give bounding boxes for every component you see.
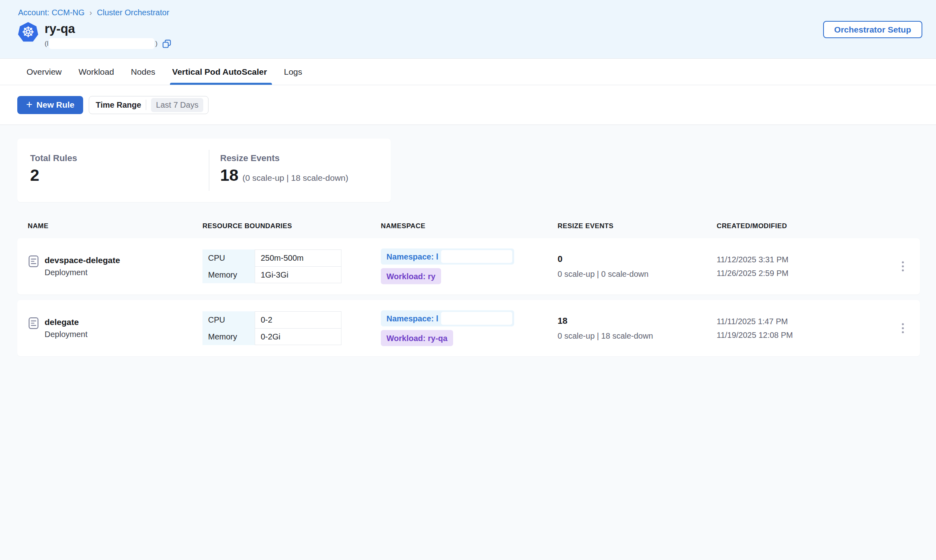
workload-chip: Workload: ry: [381, 268, 441, 284]
table-row[interactable]: devspace-delegate Deployment CPU 250m-50…: [17, 238, 920, 294]
created-modified-cell: 11/12/2025 3:31 PM 11/26/2025 2:59 PM: [717, 253, 789, 280]
summary-divider: [209, 150, 209, 191]
column-header-resource-boundaries: RESOURCE BOUNDARIES: [202, 222, 292, 230]
page-header: Account: CCM-NG › Cluster Orchestrator ☸…: [0, 0, 936, 59]
resize-events-stat: Resize Events 18 (0 scale-up | 18 scale-…: [209, 139, 348, 202]
resize-events-breakdown: 0 scale-up | 18 scale-down: [558, 331, 653, 341]
time-range-selector[interactable]: Time Range Last 7 Days: [89, 96, 208, 114]
created-date: 11/11/2025 1:47 PM: [717, 315, 793, 328]
table-row[interactable]: delegate Deployment CPU 0-2 Memory 0-2Gi…: [17, 300, 920, 356]
namespace-chip[interactable]: Namespace: l: [381, 311, 514, 327]
breadcrumb-account-link[interactable]: Account: CCM-NG: [18, 8, 85, 17]
document-icon: [28, 317, 39, 331]
document-icon: [28, 255, 39, 269]
new-rule-button[interactable]: + New Rule: [17, 96, 83, 114]
cluster-orchestrator-page: Account: CCM-NG › Cluster Orchestrator ☸…: [0, 0, 936, 560]
tab-nodes[interactable]: Nodes: [130, 59, 156, 85]
resize-events-cell: 0 0 scale-up | 0 scale-down: [558, 254, 648, 279]
breadcrumb-cluster-orchestrator-link[interactable]: Cluster Orchestrator: [97, 8, 169, 17]
page-title: ry-qa: [45, 22, 172, 36]
chevron-right-icon: ›: [90, 8, 92, 17]
resize-events-label: Resize Events: [220, 153, 348, 164]
main-content: Total Rules 2 Resize Events 18 (0 scale-…: [0, 125, 936, 356]
resize-events-detail: (0 scale-up | 18 scale-down): [243, 173, 348, 183]
rules-table-body: devspace-delegate Deployment CPU 250m-50…: [17, 238, 920, 356]
time-range-label: Time Range: [96, 100, 141, 110]
redacted-namespace: [441, 250, 512, 263]
resource-boundaries-cell: CPU 250m-500m Memory 1Gi-3Gi: [202, 249, 341, 283]
time-range-divider: [146, 100, 146, 110]
modified-date: 11/26/2025 2:59 PM: [717, 266, 789, 280]
tab-vertical-pod-autoscaler[interactable]: Vertical Pod AutoScaler: [172, 59, 268, 85]
cpu-range: 250m-500m: [255, 249, 341, 266]
rule-name-cell: devspace-delegate Deployment: [28, 254, 120, 279]
rule-kind: Deployment: [45, 266, 120, 279]
breadcrumb: Account: CCM-NG › Cluster Orchestrator: [18, 8, 936, 17]
created-modified-cell: 11/11/2025 1:47 PM 11/19/2025 12:08 PM: [717, 315, 793, 342]
total-rules-stat: Total Rules 2: [17, 139, 209, 202]
resource-boundaries-cell: CPU 0-2 Memory 0-2Gi: [202, 311, 341, 345]
workload-chip: Workload: ry-qa: [381, 330, 453, 346]
column-header-name: NAME: [28, 222, 49, 230]
orchestrator-setup-button[interactable]: Orchestrator Setup: [823, 21, 922, 38]
cluster-id-line: (l ): [45, 38, 172, 49]
rule-name: devspace-delegate: [45, 254, 120, 266]
modified-date: 11/19/2025 12:08 PM: [717, 328, 793, 342]
namespace-cell: Namespace: l Workload: ry: [381, 249, 514, 284]
redacted-namespace: [441, 312, 512, 325]
tab-bar: Overview Workload Nodes Vertical Pod Aut…: [0, 59, 936, 85]
tab-overview[interactable]: Overview: [26, 59, 63, 85]
copy-icon[interactable]: [161, 39, 172, 49]
rule-name-cell: delegate Deployment: [28, 316, 88, 341]
cpu-label: CPU: [202, 249, 255, 266]
total-rules-label: Total Rules: [30, 153, 209, 164]
column-header-created-modified: CREATED/MODIFIED: [717, 222, 787, 230]
resize-events-cell: 18 0 scale-up | 18 scale-down: [558, 316, 653, 341]
namespace-chip-label: Namespace: l: [386, 314, 438, 323]
cluster-id-suffix: ): [155, 40, 157, 48]
namespace-chip-label: Namespace: l: [386, 252, 438, 261]
cpu-label: CPU: [202, 311, 255, 328]
tab-workload[interactable]: Workload: [78, 59, 115, 85]
resize-events-breakdown: 0 scale-up | 0 scale-down: [558, 270, 648, 279]
rule-name: delegate: [45, 316, 88, 328]
tab-logs[interactable]: Logs: [283, 59, 303, 85]
title-row: ☸ ry-qa (l ): [18, 22, 936, 49]
summary-card: Total Rules 2 Resize Events 18 (0 scale-…: [17, 139, 391, 202]
resize-events-value: 18: [220, 166, 239, 185]
kubernetes-icon: ☸: [18, 22, 38, 42]
time-range-value: Last 7 Days: [151, 98, 203, 112]
row-actions-menu-button[interactable]: [898, 258, 908, 276]
cluster-id-prefix: (l: [45, 40, 48, 48]
table-header-row: NAME RESOURCE BOUNDARIES NAMESPACE RESIZ…: [17, 222, 920, 231]
memory-range: 1Gi-3Gi: [255, 266, 341, 283]
column-header-namespace: NAMESPACE: [381, 222, 425, 230]
new-rule-label: New Rule: [37, 100, 75, 110]
resize-events-total: 18: [558, 316, 653, 326]
cpu-range: 0-2: [255, 311, 341, 328]
rule-kind: Deployment: [45, 328, 88, 341]
total-rules-value: 2: [30, 166, 39, 185]
memory-range: 0-2Gi: [255, 328, 341, 345]
column-header-resize-events: RESIZE EVENTS: [558, 222, 613, 230]
toolbar: + New Rule Time Range Last 7 Days: [0, 85, 936, 125]
namespace-chip[interactable]: Namespace: l: [381, 249, 514, 265]
row-actions-menu-button[interactable]: [898, 319, 908, 337]
plus-icon: +: [26, 99, 33, 110]
redacted-cluster-id: [49, 38, 154, 49]
namespace-cell: Namespace: l Workload: ry-qa: [381, 311, 514, 346]
resize-events-total: 0: [558, 254, 648, 264]
memory-label: Memory: [202, 328, 255, 345]
created-date: 11/12/2025 3:31 PM: [717, 253, 789, 266]
memory-label: Memory: [202, 266, 255, 283]
